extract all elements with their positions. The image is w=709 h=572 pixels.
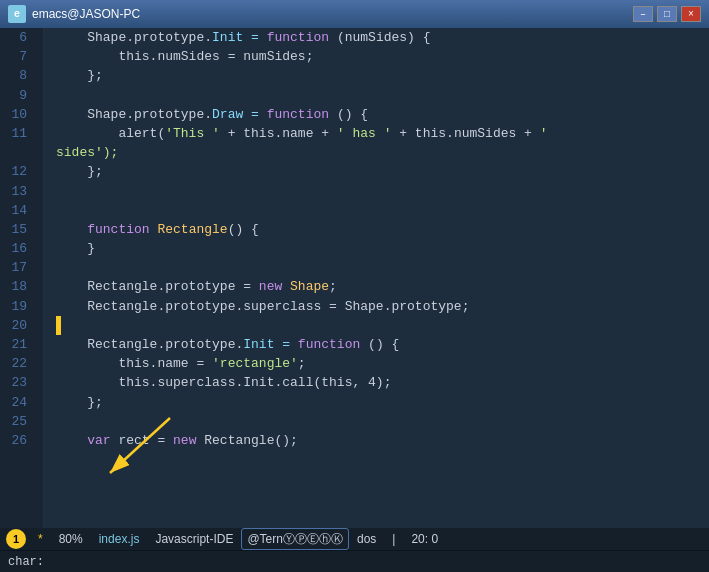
window-title: emacs@JASON-PC [32, 7, 633, 21]
code-line: this.numSides = numSides; [56, 47, 709, 66]
code-container: 67891011121314151617181920212223242526 S… [0, 28, 709, 528]
code-line: Shape.prototype.Draw = function () { [56, 105, 709, 124]
token: = [243, 28, 266, 47]
token [150, 220, 158, 239]
token: Rectangle(); [196, 431, 297, 450]
status-line-info: 80% [51, 528, 91, 550]
token: this.name = [56, 354, 212, 373]
token: ' [540, 124, 548, 143]
editor-area[interactable]: 67891011121314151617181920212223242526 S… [0, 28, 709, 528]
token: ; [298, 354, 306, 373]
line-number: 8 [8, 66, 35, 85]
line-number: 23 [8, 373, 35, 392]
status-encoding: dos [349, 528, 384, 550]
token: = [274, 335, 297, 354]
token: function [87, 220, 149, 239]
status-separator: | [384, 528, 403, 550]
token: }; [56, 162, 103, 181]
token: Init [243, 335, 274, 354]
line-marker [56, 316, 61, 335]
token: }; [56, 393, 103, 412]
status-asterisk: * [30, 528, 51, 550]
code-line: }; [56, 162, 709, 181]
token: new [259, 277, 282, 296]
token: Shape.prototype. [56, 105, 212, 124]
token: () { [360, 335, 399, 354]
line-number: 26 [8, 431, 35, 450]
line-number: 17 [8, 258, 35, 277]
line-number: 10 [8, 105, 35, 124]
token: Rectangle.prototype. [56, 335, 243, 354]
token [282, 277, 290, 296]
line-number: 12 [8, 162, 35, 181]
line-number: 9 [8, 86, 35, 105]
token: new [173, 431, 196, 450]
token: Shape.prototype. [56, 28, 212, 47]
code-line [56, 182, 709, 201]
code-line [56, 316, 709, 335]
code-line [56, 201, 709, 220]
line-number: 6 [8, 28, 35, 47]
bottom-bar: char: [0, 550, 709, 572]
status-bar: 1 * 80% index.js Javascript-IDE @TernⓎⓅⒺ… [0, 528, 709, 550]
token: ; [329, 277, 337, 296]
token: ' has ' [337, 124, 392, 143]
code-line: sides'); [56, 143, 709, 162]
token: } [56, 239, 95, 258]
status-mode: Javascript-IDE [147, 528, 241, 550]
token: Rectangle.prototype.superclass = Shape.p… [56, 297, 469, 316]
line-number: 11 [8, 124, 35, 143]
token: sides'); [56, 143, 118, 162]
code-line: }; [56, 393, 709, 412]
token: = [243, 105, 266, 124]
minimize-button[interactable]: – [633, 6, 653, 22]
token: this.superclass.Init.call(this, 4); [56, 373, 391, 392]
token: Rectangle [157, 220, 227, 239]
line-number: 24 [8, 393, 35, 412]
code-line [56, 412, 709, 431]
code-line: this.name = 'rectangle'; [56, 354, 709, 373]
line-number: 15 [8, 220, 35, 239]
token: function [298, 335, 360, 354]
close-button[interactable]: × [681, 6, 701, 22]
title-bar: e emacs@JASON-PC – □ × [0, 0, 709, 28]
token: Draw [212, 105, 243, 124]
token: }; [56, 66, 103, 85]
token: + this.name + [220, 124, 337, 143]
status-filename[interactable]: index.js [91, 528, 148, 550]
maximize-button[interactable]: □ [657, 6, 677, 22]
code-line: function Rectangle() { [56, 220, 709, 239]
code-line: var rect = new Rectangle(); [56, 431, 709, 450]
window-controls: – □ × [633, 6, 701, 22]
line-number: 7 [8, 47, 35, 66]
status-circle-num: 1 [6, 529, 26, 549]
code-line: Shape.prototype.Init = function (numSide… [56, 28, 709, 47]
token [56, 431, 87, 450]
code-line: }; [56, 66, 709, 85]
token: 'This ' [165, 124, 220, 143]
code-line: } [56, 239, 709, 258]
token: Init [212, 28, 243, 47]
line-number: 14 [8, 201, 35, 220]
char-label: char: [8, 555, 44, 569]
line-number: 25 [8, 412, 35, 431]
code-line: Rectangle.prototype = new Shape; [56, 277, 709, 296]
line-number: 18 [8, 277, 35, 296]
line-number: 20 [8, 316, 35, 335]
token: 'rectangle' [212, 354, 298, 373]
token: () { [329, 105, 368, 124]
token: rect = [111, 431, 173, 450]
line-number: 19 [8, 297, 35, 316]
code-line [56, 86, 709, 105]
line-number: 22 [8, 354, 35, 373]
token: (numSides) { [329, 28, 430, 47]
token: Shape [290, 277, 329, 296]
code-line: alert('This ' + this.name + ' has ' + th… [56, 124, 709, 143]
token: this.numSides = numSides; [56, 47, 313, 66]
token: function [267, 105, 329, 124]
line-number: 16 [8, 239, 35, 258]
status-position: 20: 0 [403, 528, 446, 550]
token [56, 220, 87, 239]
code-content[interactable]: Shape.prototype.Init = function (numSide… [44, 28, 709, 528]
code-line: Rectangle.prototype.Init = function () { [56, 335, 709, 354]
